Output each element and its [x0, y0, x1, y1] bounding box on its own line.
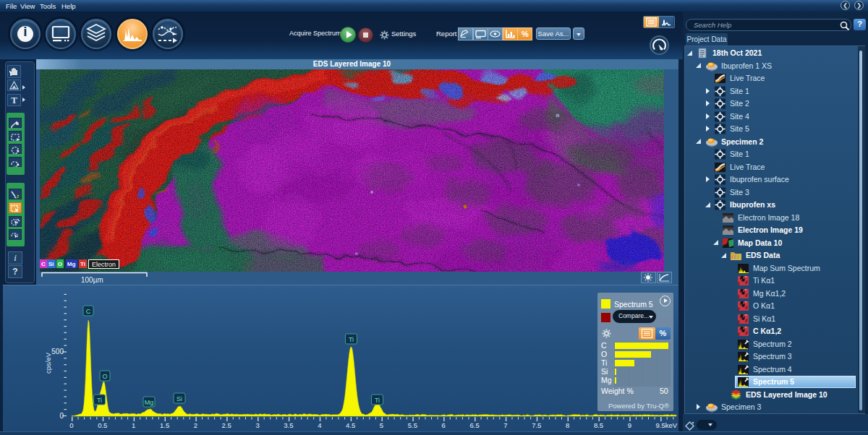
svg-text:1.5: 1.5: [160, 421, 169, 429]
svg-text:Ti: Ti: [375, 397, 380, 404]
svg-text:7: 7: [503, 421, 507, 429]
svg-text:Mg: Mg: [145, 399, 154, 406]
svg-text:6.5: 6.5: [469, 421, 479, 429]
svg-text:6: 6: [442, 421, 446, 429]
svg-text:500: 500: [51, 348, 64, 356]
svg-text:9.5: 9.5: [655, 421, 665, 429]
svg-text:1: 1: [132, 421, 135, 429]
svg-text:2: 2: [194, 421, 197, 429]
svg-text:C: C: [86, 308, 91, 315]
svg-text:4.5: 4.5: [346, 421, 355, 429]
svg-text:0: 0: [69, 421, 73, 429]
svg-text:3.5: 3.5: [284, 421, 293, 429]
svg-text:0: 0: [59, 412, 64, 420]
svg-text:3: 3: [255, 421, 259, 429]
svg-text:4: 4: [318, 421, 321, 429]
svg-text:Ti: Ti: [97, 397, 102, 404]
svg-text:2.5: 2.5: [222, 421, 231, 429]
svg-text:keV: keV: [665, 421, 678, 429]
svg-text:8: 8: [566, 421, 569, 429]
svg-text:O: O: [102, 373, 107, 380]
svg-text:8.5: 8.5: [594, 421, 603, 429]
svg-text:0.5: 0.5: [98, 421, 107, 429]
svg-text:Si: Si: [176, 395, 182, 402]
svg-text:cps/eV: cps/eV: [44, 352, 52, 374]
svg-text:5.5: 5.5: [408, 421, 417, 429]
svg-text:7.5: 7.5: [532, 421, 541, 429]
svg-text:Ti: Ti: [349, 336, 354, 343]
svg-text:9: 9: [628, 421, 631, 429]
svg-text:5: 5: [380, 421, 383, 429]
